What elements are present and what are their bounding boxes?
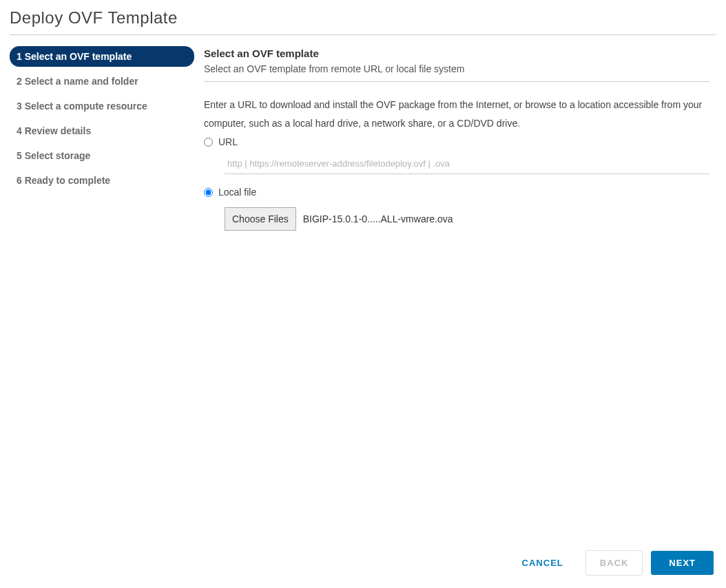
- url-radio-label: URL: [218, 136, 238, 147]
- wizard-step-1[interactable]: 1 Select an OVF template: [10, 46, 194, 67]
- wizard-step-3[interactable]: 3 Select a compute resource: [10, 96, 194, 116]
- url-radio-row: URL: [204, 136, 709, 147]
- content-title: Select an OVF template: [204, 48, 709, 59]
- url-input-row: [225, 154, 709, 174]
- wizard-step-6[interactable]: 6 Ready to complete: [10, 170, 194, 191]
- next-button[interactable]: NEXT: [651, 551, 714, 575]
- footer-buttons: CANCEL BACK NEXT: [508, 550, 714, 576]
- content-subtitle: Select an OVF template from remote URL o…: [204, 63, 709, 74]
- local-file-block: Choose Files BIGIP-15.0.1-0.....ALL-vmwa…: [225, 207, 709, 231]
- wizard-step-5[interactable]: 5 Select storage: [10, 145, 194, 166]
- chosen-filename: BIGIP-15.0.1-0.....ALL-vmware.ova: [303, 213, 453, 224]
- choose-files-button[interactable]: Choose Files: [225, 207, 296, 231]
- wizard-steps-sidebar: 1 Select an OVF template 2 Select a name…: [10, 46, 194, 231]
- url-input[interactable]: [227, 158, 707, 169]
- local-file-radio[interactable]: [204, 188, 213, 197]
- back-button: BACK: [585, 550, 643, 576]
- url-radio[interactable]: [204, 138, 213, 147]
- main-layout: 1 Select an OVF template 2 Select a name…: [0, 35, 726, 231]
- content-divider: [204, 81, 709, 82]
- content-panel: Select an OVF template Select an OVF tem…: [204, 46, 716, 231]
- local-file-radio-row: Local file: [204, 187, 709, 198]
- instructions-text: Enter a URL to download and install the …: [204, 96, 709, 132]
- local-file-radio-label: Local file: [218, 187, 256, 198]
- wizard-step-2[interactable]: 2 Select a name and folder: [10, 71, 194, 92]
- dialog-title: Deploy OVF Template: [0, 0, 726, 34]
- cancel-button[interactable]: CANCEL: [508, 551, 577, 575]
- wizard-step-4[interactable]: 4 Review details: [10, 120, 194, 141]
